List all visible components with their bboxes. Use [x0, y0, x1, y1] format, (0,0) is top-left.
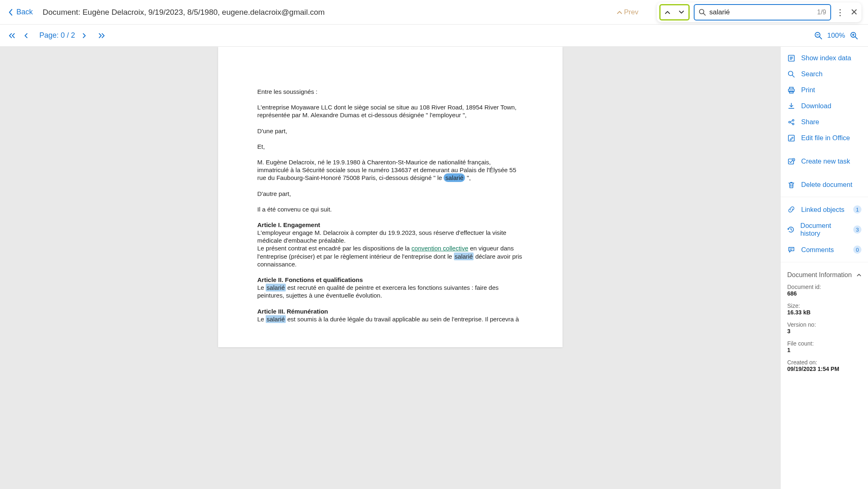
doc-history-badge: 3: [853, 225, 861, 234]
back-label: Back: [16, 8, 33, 16]
doc-heading: Article III. Rémunération: [257, 307, 523, 315]
chevron-up-icon: [857, 273, 861, 277]
svg-line-21: [790, 121, 792, 122]
doc-paragraph: L'employeur engage M. Delacroix à compte…: [257, 229, 523, 244]
pager-bar: Page: 0 / 2 100%: [0, 25, 868, 47]
info-row: Created on: 09/19/2023 1:54 PM: [781, 357, 868, 376]
sidebar-item-label: Delete document: [801, 181, 852, 189]
svg-point-18: [789, 121, 791, 123]
doc-paragraph: Et,: [257, 143, 523, 150]
share-button[interactable]: Share: [781, 114, 868, 130]
sidebar-item-label: Create new task: [801, 157, 850, 165]
divider: [781, 262, 868, 262]
sidebar-item-label: Linked objects: [801, 206, 845, 214]
doc-paragraph: M. Eugène Delacroix, né le 19.9.1980 à C…: [257, 158, 523, 182]
sidebar-item-label: Comments: [801, 246, 834, 254]
search-next-button[interactable]: [674, 5, 688, 19]
info-value: 09/19/2023 1:54 PM: [787, 366, 861, 372]
download-button[interactable]: Download: [781, 98, 868, 114]
search-input[interactable]: [709, 8, 814, 16]
search-bar: 1/9 ⋮ ✕: [657, 2, 861, 22]
sidebar: Show index data Search Print Download Sh…: [780, 47, 868, 489]
sidebar-item-label: Show index data: [801, 54, 851, 62]
info-label: Size:: [787, 302, 861, 309]
print-button[interactable]: Print: [781, 82, 868, 98]
more-options-button[interactable]: ⋮: [835, 7, 845, 17]
chevron-left-icon: [8, 9, 13, 16]
trash-icon: [787, 181, 795, 189]
svg-line-4: [820, 37, 822, 39]
next-page-button[interactable]: [82, 33, 91, 39]
linked-objects-button[interactable]: Linked objects 1: [781, 201, 868, 218]
svg-rect-17: [790, 91, 793, 93]
search-box: 1/9: [694, 4, 831, 20]
doc-heading: Article II. Fonctions et qualifications: [257, 276, 523, 284]
index-icon: [787, 55, 795, 62]
svg-line-8: [855, 37, 857, 39]
last-page-button[interactable]: [98, 33, 106, 39]
show-index-data-button[interactable]: Show index data: [781, 50, 868, 66]
doc-info-header[interactable]: Document Information: [781, 266, 868, 282]
info-label: Created on:: [787, 359, 861, 366]
info-value: 1: [787, 347, 861, 353]
previous-faded: Prev: [617, 8, 638, 16]
download-icon: [787, 102, 795, 110]
history-icon: [787, 226, 795, 233]
doc-heading: Article I. Engagement: [257, 221, 523, 229]
doc-paragraph: Le salarié est soumis à la durée légale …: [257, 315, 523, 323]
sidebar-item-label: Print: [801, 86, 815, 94]
create-task-button[interactable]: Create new task: [781, 153, 868, 169]
comments-badge: 0: [853, 246, 861, 254]
print-icon: [787, 86, 795, 94]
zoom-out-button[interactable]: [814, 32, 822, 40]
document-title: Document: Eugène Delacroix, 9/19/2023, 8…: [43, 8, 325, 17]
doc-paragraph: Le salarié est recruté en qualité de pei…: [257, 284, 523, 299]
edit-in-office-button[interactable]: Edit file in Office: [781, 130, 868, 146]
search-nav-group: [659, 4, 690, 20]
document-page: Entre les soussignés : L'entreprise Moya…: [218, 47, 563, 347]
zoom-level: 100%: [827, 32, 845, 40]
search-button[interactable]: Search: [781, 66, 868, 82]
info-label: Version no:: [787, 321, 861, 328]
doc-paragraph: L'entreprise Moyaware LLC dont le siège …: [257, 103, 523, 119]
search-count: 1/9: [817, 9, 826, 16]
info-value: 16.33 kB: [787, 309, 861, 316]
sidebar-item-label: Document history: [800, 222, 847, 237]
search-icon: [699, 9, 706, 16]
info-value: 3: [787, 328, 861, 334]
search-prev-button[interactable]: [661, 5, 674, 19]
zoom-in-button[interactable]: [850, 32, 858, 40]
main-area: Entre les soussignés : L'entreprise Moya…: [0, 47, 868, 489]
share-icon: [787, 118, 795, 126]
comment-icon: [787, 246, 795, 253]
info-label: File count:: [787, 340, 861, 347]
delete-document-button[interactable]: Delete document: [781, 177, 868, 193]
document-viewer[interactable]: Entre les soussignés : L'entreprise Moya…: [0, 47, 780, 489]
svg-line-14: [793, 75, 795, 77]
search-hit-active: salarié: [444, 173, 465, 182]
info-row: Size: 16.33 kB: [781, 301, 868, 320]
search-hit: salarié: [454, 252, 474, 260]
info-row: Document id: 686: [781, 282, 868, 301]
back-button[interactable]: Back: [8, 8, 33, 16]
search-hit: salarié: [266, 284, 285, 291]
prev-page-button[interactable]: [24, 33, 32, 39]
document-history-button[interactable]: Document history 3: [781, 218, 868, 241]
info-row: File count: 1: [781, 339, 868, 357]
svg-point-19: [793, 119, 794, 121]
first-page-button[interactable]: [8, 33, 16, 39]
page-indicator: Page: 0 / 2: [39, 31, 75, 40]
svg-point-13: [788, 71, 793, 75]
comments-button[interactable]: Comments 0: [781, 241, 868, 258]
doc-paragraph: D'une part,: [257, 127, 523, 135]
close-search-button[interactable]: ✕: [849, 7, 859, 17]
chevron-up-icon: [617, 10, 622, 14]
svg-point-20: [793, 123, 794, 125]
sidebar-item-label: Share: [801, 118, 819, 126]
info-label: Document id:: [787, 284, 861, 290]
linked-objects-badge: 1: [853, 205, 861, 214]
convention-link[interactable]: convention collective: [412, 245, 468, 252]
sidebar-item-label: Download: [801, 102, 831, 110]
doc-paragraph: Entre les soussignés :: [257, 88, 523, 96]
zoom-controls: 100%: [814, 32, 860, 40]
